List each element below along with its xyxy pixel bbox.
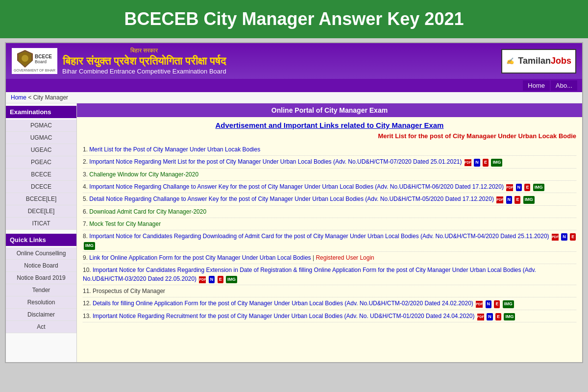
registered-user-login[interactable]: Registered User Login	[316, 254, 374, 261]
sidebar-section-examinations: Examinations	[6, 106, 76, 118]
sidebar-item-ugeac[interactable]: UGEAC	[6, 144, 76, 156]
badge-img-12: IMG	[503, 300, 514, 308]
main-container: BCECE Board GOVERNMENT OF BIHAR बिहार सर…	[5, 42, 583, 363]
notice-link-3[interactable]: Challenge Window for City Manager-2020	[89, 171, 198, 178]
sidebar-item-bcecele[interactable]: BCECE[LE]	[6, 193, 76, 205]
sidebar-item-disclaimer[interactable]: Disclaimer	[6, 309, 76, 321]
badge-new-10: N	[209, 276, 215, 284]
site-header: BCECE Board GOVERNMENT OF BIHAR बिहार सर…	[6, 43, 582, 79]
badge-new-5: N	[506, 196, 513, 204]
tamilan-text: Tamilan	[518, 56, 551, 66]
sidebar-item-decele[interactable]: DECE[LE]	[6, 205, 76, 218]
badge-img-2: IMG	[491, 159, 502, 167]
top-banner: BCECEB City Manager Answer Key 2021	[0, 0, 588, 38]
sidebar-item-pgeac[interactable]: PGEAC	[6, 156, 76, 169]
notice-link-8[interactable]: Important Notice for Candidates Regardin…	[89, 233, 549, 240]
notice-link-9[interactable]: Link for Online Application Form for the…	[89, 254, 311, 261]
badge-new-2: N	[474, 159, 480, 167]
breadcrumb-current: City Manager	[33, 94, 68, 101]
badge-new-8: N	[561, 233, 567, 241]
badge-new-12: N	[486, 300, 492, 308]
nav-bar: Home Abo...	[6, 79, 582, 92]
pdf-icon-12: PDF	[476, 301, 483, 308]
header-left: BCECE Board GOVERNMENT OF BIHAR बिहार सर…	[12, 47, 226, 75]
breadcrumb-separator: <	[28, 94, 33, 101]
notice-item-8: 8. Important Notice for Candidates Regar…	[83, 230, 576, 252]
badge-e-13: E	[495, 313, 501, 321]
notice-link-12[interactable]: Details for filling Online Application F…	[93, 300, 473, 307]
notice-link-6[interactable]: Download Admit Card for City Manager-202…	[89, 208, 206, 215]
sidebar-item-resolution[interactable]: Resolution	[6, 296, 76, 309]
badge-e-8: E	[570, 233, 576, 241]
pdf-icon-8: PDF	[552, 234, 559, 241]
jobs-text: Jobs	[551, 56, 571, 66]
logo-top: BCECE Board	[17, 50, 52, 68]
pdf-icon-4: PDF	[506, 184, 513, 191]
notice-item-2: 2. Important Notice Regarding Merit List…	[83, 156, 576, 169]
notice-item-1: 1. Merit List for the Post of City Manag…	[83, 144, 576, 156]
notice-link-7[interactable]: Mock Test for City Manager	[89, 220, 161, 227]
sidebar-item-notice-board-2019[interactable]: Notice Board 2019	[6, 272, 76, 284]
notice-item-11: 11. Prospectus of City Manager	[83, 285, 576, 297]
notice-link-2[interactable]: Important Notice Regarding Merit List fo…	[89, 158, 462, 165]
notice-item-3: 3. Challenge Window for City Manager-202…	[83, 169, 576, 181]
sidebar-item-bcece[interactable]: BCECE	[6, 169, 76, 181]
sidebar-item-tender[interactable]: Tender	[6, 284, 76, 296]
header-hindi-main: बिहार संयुक्त प्रवेश प्रतियोगिता परीक्षा…	[63, 55, 226, 68]
header-text-block: बिहार सरकार बिहार संयुक्त प्रवेश प्रतियो…	[62, 47, 226, 75]
notice-list: 1. Merit List for the Post of City Manag…	[83, 144, 576, 322]
pdf-icon-10: PDF	[199, 276, 206, 283]
badge-e-5: E	[514, 196, 520, 204]
notice-link-1[interactable]: Merit List for the Post of City Manager …	[89, 146, 260, 153]
notice-link-10[interactable]: Important Notice for Candidates Regardin…	[83, 267, 536, 282]
notice-item-12: 12. Details for filling Online Applicati…	[83, 297, 576, 310]
tamilanjobs-text: TamilanJobs	[518, 56, 571, 66]
nav-home[interactable]: Home	[523, 80, 550, 91]
notice-item-4: 4. Important Notice Regarding Challange …	[83, 181, 576, 194]
page-title: BCECEB City Manager Answer Key 2021	[5, 9, 583, 29]
badge-img-8: IMG	[84, 242, 95, 250]
header-english-sub: Bihar Combined Entrance Competitive Exam…	[62, 68, 226, 75]
sidebar-item-notice-board[interactable]: Notice Board	[6, 260, 76, 272]
notice-item-10: 10. Important Notice for Candidates Rega…	[83, 264, 576, 286]
sidebar-item-pgmac[interactable]: PGMAC	[6, 120, 76, 132]
notice-item-9: 9. Link for Online Application Form for …	[83, 252, 576, 264]
pdf-icon-5: PDF	[496, 196, 503, 203]
sidebar-item-ugmac[interactable]: UGMAC	[6, 132, 76, 144]
sidebar: Examinations PGMAC UGMAC UGEAC PGEAC BCE…	[6, 103, 77, 362]
pdf-icon-13: PDF	[477, 314, 484, 320]
tamilanjobs-logo: ✍ TamilanJobs	[501, 49, 576, 74]
bcece-logo: BCECE Board GOVERNMENT OF BIHAR	[12, 48, 57, 74]
badge-e-12: E	[494, 300, 500, 308]
notice-link-4[interactable]: Important Notice Regarding Challange to …	[89, 183, 504, 190]
notice-link-5[interactable]: Detail Notice Regarding Challange to Ans…	[89, 196, 494, 202]
logo-shield-icon	[17, 50, 33, 68]
sidebar-item-dcece[interactable]: DCECE	[6, 181, 76, 193]
nav-about[interactable]: Abo...	[551, 80, 577, 91]
breadcrumb-home[interactable]: Home	[11, 94, 26, 101]
logo-text: BCECE Board	[35, 54, 52, 64]
sidebar-item-act[interactable]: Act	[6, 321, 76, 333]
logo-govt-text: GOVERNMENT OF BIHAR	[14, 69, 55, 72]
main-section-title[interactable]: Advertisement and Important Links relate…	[83, 121, 576, 129]
notice-item-6: 6. Download Admit Card for City Manager-…	[83, 206, 576, 218]
notice-item-5: 5. Detail Notice Regarding Challange to …	[83, 193, 576, 206]
notice-item-7: 7. Mock Test for City Manager	[83, 218, 576, 230]
badge-new-4: N	[516, 184, 522, 192]
badge-e-10: E	[218, 276, 223, 284]
sidebar-section-quicklinks: Quick Links	[6, 234, 76, 246]
header-hindi-top: बिहार सरकार	[130, 47, 158, 54]
content-header: Online Portal of City Manager Exam	[77, 103, 582, 117]
marquee-text: Merit List for the post of City Managaer…	[83, 132, 576, 140]
sidebar-item-online-counselling[interactable]: Online Counselling	[6, 247, 76, 260]
notice-link-13[interactable]: Important Notice Regarding Recruitment f…	[93, 313, 475, 319]
badge-img-13: IMG	[504, 313, 515, 321]
badge-img-4: IMG	[533, 184, 544, 192]
sidebar-item-iticat[interactable]: ITICAT	[6, 218, 76, 230]
main-content: Online Portal of City Manager Exam Adver…	[77, 103, 582, 362]
badge-img-5: IMG	[523, 196, 535, 204]
badge-img-10: IMG	[226, 276, 237, 284]
badge-e-4: E	[524, 184, 530, 192]
badge-e-2: E	[483, 159, 489, 167]
content-inner: Advertisement and Important Links relate…	[77, 117, 582, 362]
